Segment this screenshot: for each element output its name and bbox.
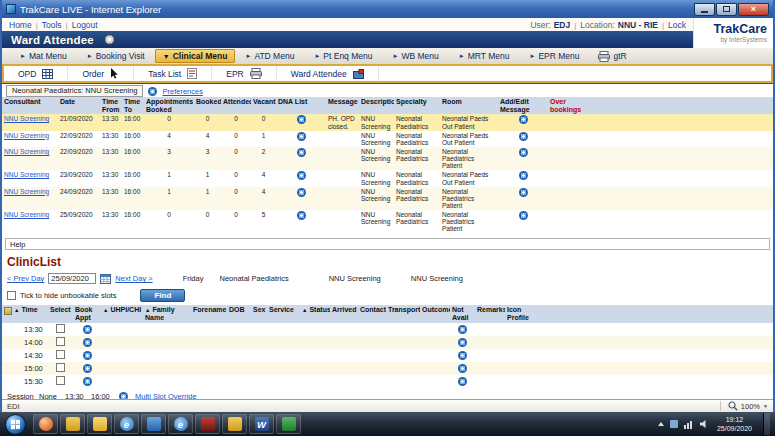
consultant-link[interactable]: NNU Screening — [4, 148, 49, 155]
taskbar-clock[interactable]: 19:12 25/09/2020 — [717, 415, 752, 433]
taskbar-icon-1[interactable] — [33, 414, 58, 434]
minimize-button[interactable] — [694, 3, 715, 16]
col-family-name[interactable]: ▲Family Name — [143, 305, 191, 322]
clinic-date-input[interactable] — [48, 273, 96, 284]
not-avail-icon[interactable] — [458, 351, 467, 360]
slot-select-checkbox[interactable] — [56, 363, 65, 372]
dna-list-icon[interactable] — [297, 188, 306, 197]
taskbar-icon-mail[interactable] — [222, 414, 247, 434]
dna-list-icon[interactable] — [297, 148, 306, 157]
hide-unbookable-checkbox[interactable] — [7, 291, 16, 300]
cell-dna-list — [276, 187, 326, 210]
tab-atd-menu[interactable]: ►ATD Menu — [235, 50, 304, 62]
calendar-icon[interactable] — [100, 273, 111, 284]
tab-gtr[interactable]: gtR — [590, 51, 635, 62]
slots-header-row: ▲Time Select Book Appt ▲UHPI/CHI ▲Family… — [2, 305, 773, 322]
taskbar-icon-7[interactable] — [195, 414, 220, 434]
submenu-opd[interactable]: OPD — [4, 66, 68, 81]
volume-icon[interactable] — [699, 419, 709, 429]
taskbar-icon-ie2[interactable]: e — [168, 414, 193, 434]
consultant-link[interactable]: NNU Screening — [4, 188, 49, 195]
preferences-icon[interactable] — [148, 87, 157, 96]
trakcare-logo: TrakCare by InterSystems — [693, 18, 773, 48]
close-button[interactable]: × — [738, 3, 769, 16]
tab-mrt-menu[interactable]: ►MRT Menu — [449, 50, 520, 62]
tray-app-icon[interactable] — [669, 419, 679, 429]
cell-icon-profile — [505, 336, 539, 349]
add-edit-message-icon[interactable] — [519, 211, 528, 220]
book-appt-icon[interactable] — [83, 325, 92, 334]
col-status[interactable]: ▲Status — [300, 305, 330, 322]
start-button[interactable] — [5, 414, 26, 435]
session-icon[interactable] — [119, 392, 128, 399]
taskbar-icon-folder[interactable] — [87, 414, 112, 434]
slot-select-checkbox[interactable] — [56, 376, 65, 385]
col-uhpi-chi[interactable]: ▲UHPI/CHI — [101, 305, 143, 322]
cell-not-avail — [450, 323, 475, 336]
zoom-control[interactable]: 100% ▼ — [720, 401, 768, 411]
home-link[interactable]: Home — [9, 20, 32, 30]
show-desktop-button[interactable] — [763, 413, 770, 435]
multi-slot-override-link[interactable]: Multi Slot Override — [135, 392, 197, 399]
taskbar-icon-word[interactable]: W — [249, 414, 274, 434]
col-room: Room — [440, 97, 498, 114]
header-status-icon[interactable] — [104, 34, 115, 45]
prev-day-link[interactable]: < Prev Day — [7, 274, 44, 283]
consultant-link[interactable]: NNU Screening — [4, 115, 49, 122]
not-avail-icon[interactable] — [458, 364, 467, 373]
consultant-link[interactable]: NNU Screening — [4, 132, 49, 139]
not-avail-icon[interactable] — [458, 325, 467, 334]
submenu-order[interactable]: Order — [68, 66, 134, 81]
dna-list-icon[interactable] — [297, 115, 306, 124]
tab-wb-menu[interactable]: ►WB Menu — [382, 50, 448, 62]
find-button[interactable]: Find — [140, 289, 185, 302]
tab-epr-menu[interactable]: ►EPR Menu — [519, 50, 589, 62]
add-edit-message-icon[interactable] — [519, 188, 528, 197]
book-appt-icon[interactable] — [83, 377, 92, 386]
consultant-link[interactable]: NNU Screening — [4, 171, 49, 178]
clinic-tab-label[interactable]: Neonatal Paediatrics: NNU Screening — [6, 85, 143, 97]
book-appt-icon[interactable] — [83, 351, 92, 360]
add-edit-message-icon[interactable] — [519, 171, 528, 180]
tab-pt-enq-menu[interactable]: ►Pt Enq Menu — [304, 50, 382, 62]
submenu-epr[interactable]: EPR — [212, 66, 276, 81]
taskbar-icon-ie[interactable]: e — [114, 414, 139, 434]
slot-select-checkbox[interactable] — [56, 337, 65, 346]
submenu-ward-attendee[interactable]: Ward Attendee — [277, 66, 379, 81]
not-avail-icon[interactable] — [458, 338, 467, 347]
book-appt-icon[interactable] — [83, 364, 92, 373]
slot-select-checkbox[interactable] — [56, 324, 65, 333]
tab-clinical-menu[interactable]: ▼Clinical Menu — [155, 49, 236, 63]
logout-link[interactable]: Logout — [72, 20, 98, 30]
tab-mat-menu[interactable]: ►Mat Menu — [10, 50, 77, 62]
taskbar-icon-2[interactable] — [60, 414, 85, 434]
page-title: Ward Attendee — [11, 34, 94, 46]
book-appt-icon[interactable] — [83, 338, 92, 347]
dna-list-icon[interactable] — [297, 211, 306, 220]
tools-link[interactable]: Tools — [42, 20, 62, 30]
preferences-link[interactable]: Preferences — [162, 87, 202, 96]
cell-specialty: Neonatal Paediatrics — [394, 170, 440, 186]
dna-list-icon[interactable] — [297, 132, 306, 141]
consultant-link[interactable]: NNU Screening — [4, 211, 49, 218]
cell-date: 22/09/2020 — [58, 147, 100, 170]
col-time[interactable]: ▲Time — [2, 305, 48, 322]
taskbar-icon-5[interactable] — [141, 414, 166, 434]
slot-select-checkbox[interactable] — [56, 350, 65, 359]
cell-consultant: NNU Screening — [2, 187, 58, 210]
submenu-task-list[interactable]: Task List — [134, 66, 212, 81]
maximize-button[interactable] — [716, 3, 737, 16]
add-edit-message-icon[interactable] — [519, 115, 528, 124]
ie-window: TrakCare LIVE - Internet Explorer × Home… — [0, 0, 775, 436]
hidden-icons-chevron[interactable] — [658, 422, 664, 426]
cell-room: Neonatal Paeds Out Patient — [440, 170, 498, 186]
taskbar-icon-10[interactable] — [276, 414, 301, 434]
tab-booking-visit[interactable]: ►Booking Visit — [77, 50, 155, 62]
network-icon[interactable] — [684, 419, 694, 429]
add-edit-message-icon[interactable] — [519, 132, 528, 141]
dna-list-icon[interactable] — [297, 171, 306, 180]
add-edit-message-icon[interactable] — [519, 148, 528, 157]
lock-link[interactable]: Lock — [668, 20, 686, 30]
not-avail-icon[interactable] — [458, 377, 467, 386]
next-day-link[interactable]: Next Day > — [115, 274, 152, 283]
